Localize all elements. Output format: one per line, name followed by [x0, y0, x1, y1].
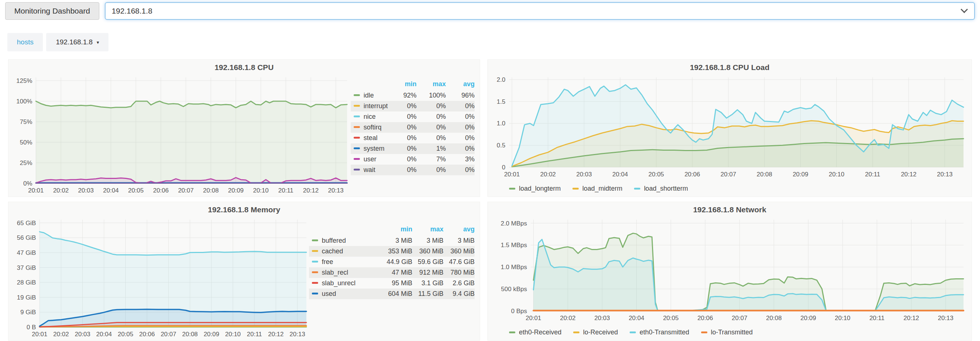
svg-text:20:05: 20:05 — [663, 315, 679, 322]
series-color-dash-icon — [509, 331, 515, 333]
legend-row-buffered: buffered3 MiB3 MiB3 MiB — [309, 236, 475, 246]
svg-text:20:10: 20:10 — [835, 315, 851, 322]
series-color-dash-icon — [312, 261, 318, 263]
memory-chart[interactable]: 20:0120:0220:0320:0420:0520:0620:0720:08… — [8, 217, 309, 340]
svg-text:100%: 100% — [16, 98, 32, 105]
cpu-chart[interactable]: 20:0120:0220:0320:0420:0520:0620:0720:08… — [8, 75, 351, 196]
svg-text:20:06: 20:06 — [697, 315, 713, 322]
svg-text:20:02: 20:02 — [53, 187, 69, 194]
series-color-dash-icon — [312, 271, 318, 273]
legend-header-avg[interactable]: avg — [445, 79, 475, 90]
svg-text:20:11: 20:11 — [869, 315, 885, 322]
legend-series-toggle-interrupt[interactable]: interrupt — [351, 101, 388, 112]
legend-series-toggle-nice[interactable]: nice — [351, 112, 388, 122]
legend-header-max[interactable]: max — [417, 79, 446, 90]
panel-cpu-load-title[interactable]: 192.168.1.8 CPU Load — [488, 60, 972, 75]
series-color-dash-icon — [354, 115, 360, 117]
host-select[interactable]: 192.168.1.8 — [105, 2, 975, 20]
dashboard-grid: 192.168.1.8 CPU 20:0120:0220:0320:0420:0… — [8, 59, 972, 341]
svg-text:0%: 0% — [23, 180, 32, 187]
svg-text:20:06: 20:06 — [139, 331, 155, 338]
series-color-dash-icon — [354, 94, 360, 96]
legend-series-toggle-idle[interactable]: idle — [351, 90, 388, 101]
legend-value-buffered-min: 3 MiB — [381, 236, 412, 246]
series-color-dash-icon — [573, 331, 579, 333]
legend-value-interrupt-avg: 0% — [445, 101, 475, 112]
legend-row-user: user0%7%3% — [351, 154, 475, 165]
legend-series-toggle-load_longterm[interactable]: load_longterm — [509, 185, 561, 193]
legend-series-toggle-eth0-Received[interactable]: eth0-Received — [509, 328, 562, 336]
legend-value-slab_unrecl-min: 95 MiB — [381, 278, 412, 288]
series-color-dash-icon — [312, 282, 318, 284]
legend-value-user-min: 0% — [388, 154, 417, 165]
legend-header-min[interactable]: min — [381, 224, 412, 236]
svg-text:1.5 MBps: 1.5 MBps — [501, 242, 527, 249]
legend-row-nice: nice0%0%0% — [351, 112, 475, 122]
legend-value-nice-max: 0% — [417, 112, 446, 122]
legend-header-avg[interactable]: avg — [444, 224, 475, 236]
breadcrumb-host-dropdown[interactable]: 192.168.1.8 ▾ — [46, 33, 108, 51]
legend-row-cached: cached353 MiB360 MiB360 MiB — [309, 246, 475, 257]
legend-value-system-min: 0% — [388, 143, 417, 154]
legend-header-min[interactable]: min — [388, 79, 417, 90]
legend-row-idle: idle92%100%96% — [351, 90, 475, 101]
svg-text:20:08: 20:08 — [766, 315, 782, 322]
legend-series-toggle-load_shortterm[interactable]: load_shortterm — [634, 185, 688, 193]
svg-text:20:11: 20:11 — [247, 331, 262, 338]
breadcrumb-hosts-link[interactable]: hosts — [7, 33, 43, 51]
legend-series-toggle-wait[interactable]: wait — [351, 165, 388, 175]
cpu-load-chart[interactable]: 20:0120:0220:0320:0420:0520:0620:0720:08… — [488, 75, 972, 180]
legend-series-toggle-free[interactable]: free — [309, 257, 381, 267]
legend-series-toggle-user[interactable]: user — [351, 154, 388, 165]
legend-series-toggle-slab_recl[interactable]: slab_recl — [309, 267, 381, 278]
svg-text:65 GiB: 65 GiB — [17, 220, 36, 226]
svg-text:20:01: 20:01 — [525, 315, 541, 322]
network-legend: eth0-Receivedlo-Receivedeth0-Transmitted… — [488, 324, 972, 340]
panel-network-title[interactable]: 192.168.1.8 Network — [488, 202, 972, 217]
svg-text:20:08: 20:08 — [203, 187, 219, 194]
legend-series-toggle-lo-Received[interactable]: lo-Received — [573, 328, 618, 336]
legend-series-toggle-lo-Transmitted[interactable]: lo-Transmitted — [701, 328, 753, 336]
series-color-dash-icon — [354, 126, 360, 128]
legend-series-toggle-system[interactable]: system — [351, 143, 388, 154]
svg-text:19 GiB: 19 GiB — [17, 294, 36, 301]
svg-text:20:02: 20:02 — [560, 315, 576, 322]
host-select-value: 192.168.1.8 — [112, 6, 962, 15]
svg-text:0.5: 0.5 — [496, 142, 505, 149]
legend-series-toggle-buffered[interactable]: buffered — [309, 236, 381, 246]
series-color-dash-icon — [634, 188, 640, 190]
legend-series-toggle-eth0-Transmitted[interactable]: eth0-Transmitted — [630, 328, 689, 336]
legend-value-slab_recl-max: 912 MiB — [412, 267, 444, 278]
panel-cpu-title[interactable]: 192.168.1.8 CPU — [8, 60, 480, 75]
dashboard-selector-label[interactable]: Monitoring Dashboard — [5, 2, 99, 20]
svg-text:20:02: 20:02 — [53, 331, 69, 338]
legend-value-steal-max: 0% — [417, 133, 446, 143]
legend-name-column-header — [309, 224, 381, 236]
legend-series-toggle-softirq[interactable]: softirq — [351, 122, 388, 133]
legend-value-idle-min: 92% — [388, 90, 417, 101]
svg-text:1.0: 1.0 — [496, 120, 505, 127]
legend-row-system: system0%1%0% — [351, 143, 475, 154]
legend-series-toggle-used[interactable]: used — [309, 288, 381, 299]
legend-series-toggle-load_midterm[interactable]: load_midterm — [573, 185, 622, 193]
network-chart[interactable]: 20:0120:0220:0320:0420:0520:0620:0720:08… — [488, 217, 972, 324]
legend-series-toggle-slab_unrecl[interactable]: slab_unrecl — [309, 278, 381, 288]
legend-series-toggle-cached[interactable]: cached — [309, 246, 381, 257]
legend-row-softirq: softirq0%0%0% — [351, 122, 475, 133]
legend-value-wait-avg: 0% — [445, 165, 475, 175]
svg-text:20:04: 20:04 — [96, 331, 112, 338]
svg-text:25%: 25% — [20, 159, 32, 166]
legend-series-toggle-steal[interactable]: steal — [351, 133, 388, 143]
legend-series-label: load_shortterm — [644, 185, 688, 193]
legend-row-free: free44.9 GiB59.6 GiB47.6 GiB — [309, 257, 475, 267]
legend-value-idle-avg: 96% — [445, 90, 475, 101]
series-color-dash-icon — [509, 188, 515, 190]
svg-text:9 GiB: 9 GiB — [20, 309, 36, 316]
legend-value-user-avg: 3% — [445, 154, 475, 165]
svg-text:20:10: 20:10 — [225, 331, 241, 338]
legend-value-system-avg: 0% — [445, 143, 475, 154]
series-color-dash-icon — [354, 169, 360, 170]
legend-header-max[interactable]: max — [412, 224, 444, 236]
panel-memory-title[interactable]: 192.168.1.8 Memory — [8, 202, 480, 217]
series-color-dash-icon — [354, 105, 360, 107]
